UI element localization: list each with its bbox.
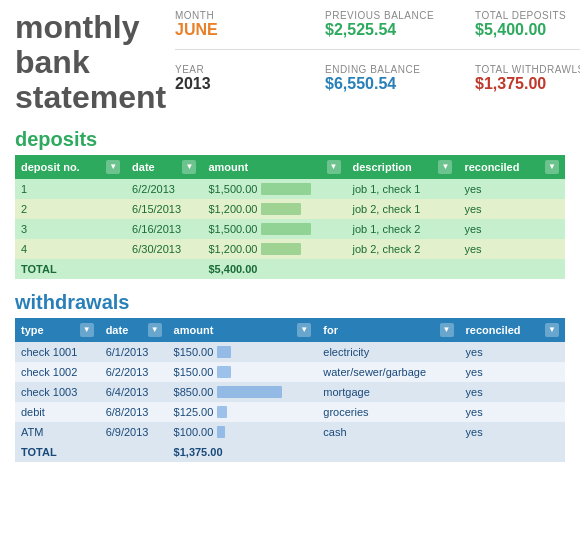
deposit-date-cell: 6/2/2013 [126,179,202,199]
deposits-table: deposit no. ▼ date ▼ amount ▼ [15,155,565,279]
deposits-col-amount[interactable]: amount ▼ [202,155,346,179]
withdrawal-date-cell: 6/4/2013 [100,382,168,402]
withdrawal-row: check 1002 6/2/2013 $150.00 water/sewer/… [15,362,565,382]
withdrawal-for-cell: cash [317,422,459,442]
stat-ending-balance: ENDING BALANCE $6,550.54 [325,64,445,93]
deposit-amount-dropdown-icon[interactable]: ▼ [327,160,341,174]
withdrawal-amount-cell: $100.00 [168,422,318,442]
withdrawals-table: type ▼ date ▼ amount ▼ [15,318,565,462]
deposit-amount-cell: $1,500.00 [202,219,346,239]
withdrawal-type-cell: check 1003 [15,382,100,402]
withdrawals-title: withdrawals [15,291,565,314]
stat-total-deposits: TOTAL DEPOSITS $5,400.00 [475,10,580,39]
withdrawal-reconciled-cell: yes [460,382,565,402]
withdrawal-type-cell: check 1001 [15,342,100,362]
deposit-no-cell: 1 [15,179,126,199]
withdrawal-for-cell: mortgage [317,382,459,402]
deposits-section: deposits deposit no. ▼ date ▼ [15,128,565,279]
deposit-row: 1 6/2/2013 $1,500.00 job 1, check 1 yes [15,179,565,199]
withdrawals-col-reconciled[interactable]: reconciled ▼ [460,318,565,342]
withdrawal-type-cell: debit [15,402,100,422]
deposit-no-cell: 2 [15,199,126,219]
withdrawals-col-for[interactable]: for ▼ [317,318,459,342]
withdrawals-col-type[interactable]: type ▼ [15,318,100,342]
withdrawal-reconciled-cell: yes [460,422,565,442]
deposit-description-cell: job 2, check 2 [347,239,459,259]
header: monthly bank statement MONTH JUNE PREVIO… [15,10,565,116]
stats-row-1: MONTH JUNE PREVIOUS BALANCE $2,525.54 TO… [175,10,580,39]
deposits-total-label: TOTAL [15,259,126,279]
stat-total-withdrawals: TOTAL WITHDRAWLS $1,375.00 [475,64,580,93]
deposit-no-cell: 3 [15,219,126,239]
withdrawals-total-value: $1,375.00 [168,442,318,462]
withdrawals-total-label: TOTAL [15,442,100,462]
deposits-total-row: TOTAL $5,400.00 [15,259,565,279]
withdrawals-section: withdrawals type ▼ date ▼ [15,291,565,462]
withdrawals-total-row: TOTAL $1,375.00 [15,442,565,462]
withdrawal-for-cell: groceries [317,402,459,422]
withdrawals-col-date[interactable]: date ▼ [100,318,168,342]
withdrawal-for-cell: water/sewer/garbage [317,362,459,382]
deposit-description-dropdown-icon[interactable]: ▼ [438,160,452,174]
stat-year: YEAR 2013 [175,64,295,93]
withdrawal-reconciled-dropdown-icon[interactable]: ▼ [545,323,559,337]
deposit-amount-cell: $1,500.00 [202,179,346,199]
withdrawal-for-cell: electricity [317,342,459,362]
deposit-description-cell: job 1, check 2 [347,219,459,239]
deposit-date-cell: 6/15/2013 [126,199,202,219]
deposit-row: 4 6/30/2013 $1,200.00 job 2, check 2 yes [15,239,565,259]
withdrawal-reconciled-cell: yes [460,362,565,382]
deposits-header-row: deposit no. ▼ date ▼ amount ▼ [15,155,565,179]
withdrawals-col-amount[interactable]: amount ▼ [168,318,318,342]
stats-row-2: YEAR 2013 ENDING BALANCE $6,550.54 TOTAL… [175,64,580,93]
withdrawal-amount-cell: $150.00 [168,342,318,362]
deposit-no-dropdown-icon[interactable]: ▼ [106,160,120,174]
deposit-reconciled-dropdown-icon[interactable]: ▼ [545,160,559,174]
deposits-col-date[interactable]: date ▼ [126,155,202,179]
deposits-col-description[interactable]: description ▼ [347,155,459,179]
deposit-row: 2 6/15/2013 $1,200.00 job 2, check 1 yes [15,199,565,219]
deposit-description-cell: job 1, check 1 [347,179,459,199]
withdrawal-date-cell: 6/1/2013 [100,342,168,362]
deposit-reconciled-cell: yes [458,219,565,239]
main-title: monthly bank statement [15,10,155,116]
deposit-row: 3 6/16/2013 $1,500.00 job 1, check 2 yes [15,219,565,239]
deposit-date-cell: 6/30/2013 [126,239,202,259]
withdrawal-type-cell: ATM [15,422,100,442]
deposit-reconciled-cell: yes [458,199,565,219]
deposits-col-reconciled[interactable]: reconciled ▼ [458,155,565,179]
deposit-reconciled-cell: yes [458,179,565,199]
deposit-description-cell: job 2, check 1 [347,199,459,219]
withdrawal-row: check 1001 6/1/2013 $150.00 electricity … [15,342,565,362]
deposits-col-no[interactable]: deposit no. ▼ [15,155,126,179]
stat-month: MONTH JUNE [175,10,295,39]
withdrawals-header-row: type ▼ date ▼ amount ▼ [15,318,565,342]
deposit-date-dropdown-icon[interactable]: ▼ [182,160,196,174]
title-block: monthly bank statement [15,10,155,116]
withdrawal-for-dropdown-icon[interactable]: ▼ [440,323,454,337]
withdrawal-row: check 1003 6/4/2013 $850.00 mortgage yes [15,382,565,402]
deposit-reconciled-cell: yes [458,239,565,259]
deposits-total-value: $5,400.00 [202,259,346,279]
withdrawal-amount-cell: $850.00 [168,382,318,402]
withdrawal-reconciled-cell: yes [460,402,565,422]
withdrawal-type-dropdown-icon[interactable]: ▼ [80,323,94,337]
deposit-date-cell: 6/16/2013 [126,219,202,239]
withdrawal-date-cell: 6/8/2013 [100,402,168,422]
deposit-amount-cell: $1,200.00 [202,239,346,259]
withdrawal-reconciled-cell: yes [460,342,565,362]
deposit-no-cell: 4 [15,239,126,259]
withdrawal-row: ATM 6/9/2013 $100.00 cash yes [15,422,565,442]
withdrawal-amount-cell: $150.00 [168,362,318,382]
deposits-title: deposits [15,128,565,151]
withdrawal-type-cell: check 1002 [15,362,100,382]
withdrawal-row: debit 6/8/2013 $125.00 groceries yes [15,402,565,422]
stats-block: MONTH JUNE PREVIOUS BALANCE $2,525.54 TO… [175,10,580,93]
withdrawal-amount-dropdown-icon[interactable]: ▼ [297,323,311,337]
withdrawal-date-dropdown-icon[interactable]: ▼ [148,323,162,337]
withdrawal-amount-cell: $125.00 [168,402,318,422]
stat-prev-balance: PREVIOUS BALANCE $2,525.54 [325,10,445,39]
withdrawal-date-cell: 6/2/2013 [100,362,168,382]
deposit-amount-cell: $1,200.00 [202,199,346,219]
withdrawal-date-cell: 6/9/2013 [100,422,168,442]
